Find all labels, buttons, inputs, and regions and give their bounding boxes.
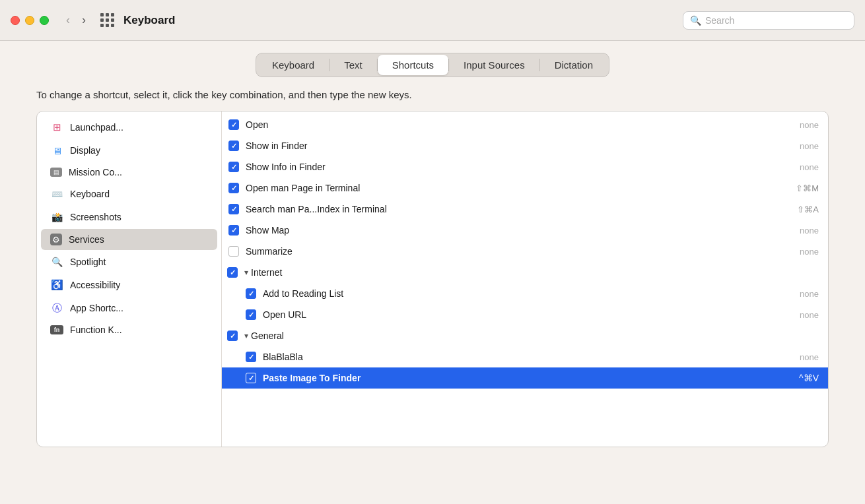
checkbox-reading-list[interactable] bbox=[246, 288, 256, 299]
sidebar-item-display[interactable]: 🖥 Display bbox=[41, 139, 217, 162]
shortcut-name-man-page: Open man Page in Terminal bbox=[246, 183, 796, 193]
sidebar-item-label: Mission Co... bbox=[69, 167, 122, 177]
spotlight-icon: 🔍 bbox=[50, 255, 63, 268]
shortcut-row-show-info[interactable]: Show Info in Finder none bbox=[222, 156, 828, 177]
shortcut-row-show-in-finder[interactable]: Show in Finder none bbox=[222, 135, 828, 156]
tabs-container: Keyboard Text Shortcuts Input Sources Di… bbox=[256, 53, 609, 77]
appshortcuts-icon: Ⓐ bbox=[50, 301, 63, 315]
search-bar[interactable]: 🔍 bbox=[683, 11, 854, 30]
close-button[interactable] bbox=[11, 16, 20, 25]
tab-keyboard[interactable]: Keyboard bbox=[258, 55, 329, 75]
back-button[interactable]: ‹ bbox=[62, 12, 74, 28]
checkbox-blablabla[interactable] bbox=[246, 352, 256, 362]
display-icon: 🖥 bbox=[50, 144, 63, 157]
content-area: To change a shortcut, select it, click t… bbox=[23, 89, 842, 504]
shortcut-row-reading-list[interactable]: Add to Reading List none bbox=[222, 283, 828, 304]
section-label-internet: Internet bbox=[251, 267, 282, 278]
shortcut-row-man-page[interactable]: Open man Page in Terminal ⇧⌘M bbox=[222, 177, 828, 199]
shortcut-key-search-man: ⇧⌘A bbox=[797, 205, 819, 214]
shortcut-name-show-info: Show Info in Finder bbox=[246, 162, 800, 172]
sidebar-item-label: Spotlight bbox=[70, 257, 106, 267]
nav-buttons: ‹ › bbox=[62, 12, 90, 28]
sidebar-item-screenshots[interactable]: 📸 Screenshots bbox=[41, 206, 217, 228]
checkbox-open[interactable] bbox=[228, 119, 239, 130]
sidebar-item-accessibility[interactable]: ♿ Accessibility bbox=[41, 274, 217, 296]
checkbox-man-page[interactable] bbox=[228, 183, 239, 193]
shortcut-key-paste-image: ^⌘V bbox=[799, 373, 819, 383]
shortcut-row-open-url[interactable]: Open URL none bbox=[222, 304, 828, 325]
checkbox-internet[interactable] bbox=[227, 267, 238, 278]
checkbox-show-info[interactable] bbox=[228, 162, 239, 172]
shortcut-key-show-info: none bbox=[800, 162, 819, 172]
sidebar-item-services[interactable]: ⚙ Services bbox=[41, 229, 217, 250]
accessibility-icon: ♿ bbox=[50, 278, 63, 292]
shortcut-row-show-map[interactable]: Show Map none bbox=[222, 220, 828, 241]
shortcut-row-paste-image[interactable]: ✓ Paste Image To Finder ^⌘V bbox=[222, 367, 828, 389]
grid-icon[interactable] bbox=[100, 13, 114, 27]
shortcut-row-summarize[interactable]: Summarize none bbox=[222, 241, 828, 262]
shortcut-key-show-map: none bbox=[800, 226, 819, 236]
sidebar-item-label: App Shortc... bbox=[70, 303, 123, 313]
sidebar-item-label: Screenshots bbox=[70, 212, 121, 222]
shortcut-name-open: Open bbox=[246, 119, 800, 130]
sidebar-item-keyboard[interactable]: ⌨️ Keyboard bbox=[41, 183, 217, 205]
shortcut-name-show-map: Show Map bbox=[246, 225, 800, 236]
sidebar-item-spotlight[interactable]: 🔍 Spotlight bbox=[41, 251, 217, 273]
shortcut-row-blablabla[interactable]: BlaBlaBla none bbox=[222, 346, 828, 367]
shortcut-name-search-man: Search man Pa...Index in Terminal bbox=[246, 204, 797, 214]
shortcut-key-open: none bbox=[800, 120, 819, 130]
maximize-button[interactable] bbox=[40, 16, 49, 25]
sidebar-item-label: Accessibility bbox=[70, 280, 120, 290]
tab-input-sources[interactable]: Input Sources bbox=[449, 55, 539, 75]
function-icon: fn bbox=[50, 325, 63, 334]
instruction-text: To change a shortcut, select it, click t… bbox=[36, 89, 829, 100]
sidebar-item-label: Keyboard bbox=[70, 189, 110, 199]
checkbox-show-in-finder[interactable] bbox=[228, 141, 239, 151]
tab-text[interactable]: Text bbox=[329, 55, 377, 75]
titlebar: ‹ › Keyboard 🔍 bbox=[0, 0, 865, 41]
sidebar-item-appshortcuts[interactable]: Ⓐ App Shortc... bbox=[41, 297, 217, 319]
tab-shortcuts[interactable]: Shortcuts bbox=[378, 55, 448, 75]
shortcuts-list[interactable]: Open none Show in Finder none Show Info … bbox=[222, 111, 828, 447]
search-icon: 🔍 bbox=[690, 15, 701, 26]
sidebar-item-launchpad[interactable]: ⊞ Launchpad... bbox=[41, 116, 217, 139]
shortcut-key-reading-list: none bbox=[800, 289, 819, 299]
checkbox-paste-image[interactable]: ✓ bbox=[246, 373, 256, 383]
checkbox-general[interactable] bbox=[227, 331, 238, 341]
shortcut-key-man-page: ⇧⌘M bbox=[796, 183, 819, 193]
shortcut-name-reading-list: Add to Reading List bbox=[263, 288, 800, 299]
forward-button[interactable]: › bbox=[78, 12, 90, 28]
checkbox-open-url[interactable] bbox=[246, 309, 256, 320]
section-label-general: General bbox=[251, 331, 284, 341]
shortcut-key-blablabla: none bbox=[800, 352, 819, 362]
tab-dictation[interactable]: Dictation bbox=[540, 55, 607, 75]
sidebar-item-label: Services bbox=[69, 234, 104, 245]
mission-icon: ▤ bbox=[50, 168, 62, 177]
shortcut-row-open[interactable]: Open none bbox=[222, 114, 828, 135]
expand-general: ▾ bbox=[244, 331, 248, 340]
checkbox-summarize[interactable] bbox=[228, 246, 239, 257]
main-content: Keyboard Text Shortcuts Input Sources Di… bbox=[0, 41, 865, 504]
window-title: Keyboard bbox=[123, 14, 175, 27]
traffic-lights bbox=[11, 16, 49, 25]
keyboard-icon: ⌨️ bbox=[50, 187, 63, 201]
shortcut-name-open-url: Open URL bbox=[263, 309, 800, 320]
section-general[interactable]: ▾ General bbox=[222, 325, 828, 346]
shortcut-key-open-url: none bbox=[800, 310, 819, 320]
minimize-button[interactable] bbox=[25, 16, 34, 25]
search-input[interactable] bbox=[705, 15, 847, 26]
sidebar-item-mission[interactable]: ▤ Mission Co... bbox=[41, 162, 217, 182]
shortcut-row-search-man[interactable]: Search man Pa...Index in Terminal ⇧⌘A bbox=[222, 199, 828, 220]
screenshots-icon: 📸 bbox=[50, 210, 63, 224]
shortcut-name-show-in-finder: Show in Finder bbox=[246, 141, 800, 151]
expand-internet: ▾ bbox=[244, 268, 248, 277]
sidebar-item-label: Display bbox=[70, 145, 100, 156]
section-internet[interactable]: ▾ Internet bbox=[222, 262, 828, 283]
checkbox-show-map[interactable] bbox=[228, 225, 239, 236]
shortcut-name-summarize: Summarize bbox=[246, 246, 800, 257]
services-icon: ⚙ bbox=[50, 234, 62, 245]
sidebar-item-function[interactable]: fn Function K... bbox=[41, 320, 217, 340]
panel: ⊞ Launchpad... 🖥 Display ▤ Mission Co...… bbox=[36, 111, 829, 447]
checkbox-search-man[interactable] bbox=[228, 204, 239, 214]
shortcut-name-paste-image: Paste Image To Finder bbox=[263, 373, 799, 383]
